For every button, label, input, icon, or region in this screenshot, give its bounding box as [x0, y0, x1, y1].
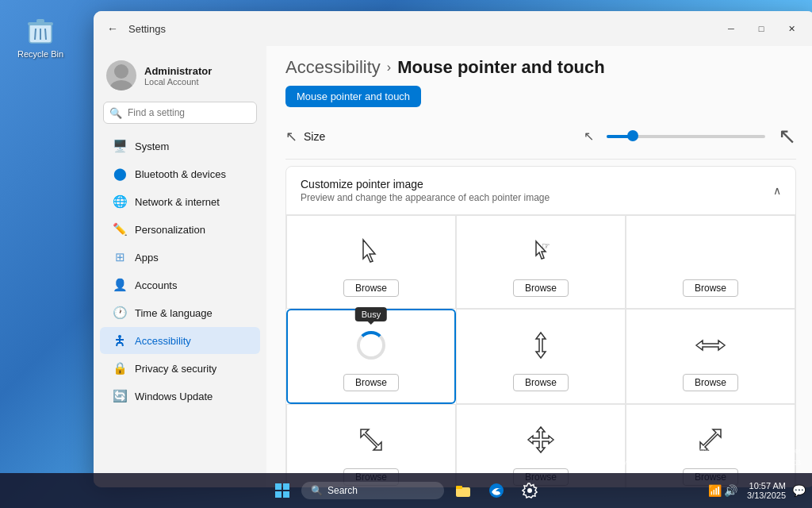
sidebar-item-accounts-label: Accounts: [135, 279, 177, 291]
sidebar-item-bluetooth[interactable]: ⬤ Bluetooth & devices: [100, 160, 260, 187]
taskbar-edge[interactable]: [482, 476, 511, 505]
sidebar-item-update-label: Windows Update: [135, 391, 213, 402]
taskbar-settings[interactable]: [515, 476, 544, 505]
taskbar-right: 📶 🔊 10:57 AM 3/13/2025 💬: [708, 481, 812, 500]
link-cursor-icon: ☞: [517, 227, 565, 275]
svg-line-13: [117, 343, 117, 346]
taskbar-file-explorer[interactable]: [449, 476, 477, 505]
pointer-grid: Browse ☞ Browse: [286, 215, 795, 487]
sidebar-item-bluetooth-label: Bluetooth & devices: [135, 168, 226, 180]
size-label-area: ↖ Size: [285, 128, 381, 145]
tab-bar: Mouse pointer and touch: [266, 86, 812, 114]
sidebar-nav: 🖥️ System ⬤ Bluetooth & devices 🌐 Networ…: [94, 132, 266, 410]
notification-icon[interactable]: 💬: [792, 484, 806, 497]
svg-rect-19: [283, 491, 289, 498]
pointer-cell-vertical: Browse: [456, 309, 626, 404]
search-input[interactable]: [103, 102, 257, 124]
user-role: Local Account: [144, 77, 212, 87]
close-button[interactable]: ✕: [777, 17, 806, 40]
update-icon: 🔄: [113, 389, 127, 403]
accessibility-icon: [113, 333, 127, 348]
sidebar-item-personalization[interactable]: ✏️ Personalization: [100, 216, 260, 243]
diagonal1-cursor-icon: [347, 416, 395, 464]
system-tray-clock[interactable]: 10:57 AM 3/13/2025: [747, 481, 786, 500]
volume-tray-icon[interactable]: 🔊: [724, 484, 737, 497]
clock-date: 3/13/2025: [747, 491, 786, 500]
title-bar: ← Settings ─ □ ✕: [94, 11, 812, 46]
sidebar-item-accounts[interactable]: 👤 Accounts: [100, 271, 260, 298]
breadcrumb-parent: Accessibility: [285, 57, 381, 78]
sidebar-item-update[interactable]: 🔄 Windows Update: [100, 383, 260, 410]
maximize-button[interactable]: □: [747, 17, 776, 40]
browse-extra1-button[interactable]: Browse: [683, 279, 738, 297]
pointer-cell-link: ☞ Browse: [456, 215, 626, 309]
start-button[interactable]: [268, 476, 297, 505]
taskbar-center: 🔍 Search: [268, 476, 544, 505]
size-slider-area: ↖ ↖: [381, 123, 796, 149]
sidebar-item-system[interactable]: 🖥️ System: [100, 133, 260, 160]
browse-link-button[interactable]: Browse: [513, 279, 569, 297]
sidebar-item-personalization-label: Personalization: [135, 224, 205, 236]
customize-section: Customize pointer image Preview and chan…: [285, 166, 796, 487]
svg-rect-18: [275, 491, 282, 498]
taskbar-search-label: Search: [327, 485, 358, 496]
window-controls: ─ □ ✕: [717, 17, 806, 40]
svg-rect-21: [456, 486, 462, 489]
size-slider-thumb[interactable]: [627, 130, 638, 141]
system-icon: 🖥️: [113, 139, 127, 153]
user-name: Administrator: [144, 65, 212, 77]
pointer-cell-extra1: Browse: [626, 215, 795, 309]
svg-point-7: [110, 80, 132, 90]
svg-line-5: [45, 29, 46, 40]
sidebar: Administrator Local Account 🔍 🖥️ System …: [94, 46, 266, 487]
search-icon: 🔍: [109, 107, 122, 119]
svg-rect-2: [36, 19, 44, 23]
taskbar-search-icon: 🔍: [311, 485, 323, 496]
minimize-button[interactable]: ─: [717, 17, 745, 40]
extra1-cursor-icon: [687, 227, 734, 275]
svg-rect-17: [283, 483, 289, 490]
avatar: [106, 60, 136, 90]
browse-horizontal-button[interactable]: Browse: [683, 374, 738, 391]
settings-window: ← Settings ─ □ ✕ Administrator L: [94, 11, 812, 487]
network-tray-icon[interactable]: 📶: [708, 484, 722, 497]
pointer-cell-normal: Browse: [286, 215, 456, 309]
taskbar-search[interactable]: 🔍 Search: [301, 482, 444, 499]
sidebar-item-privacy[interactable]: 🔒 Privacy & security: [100, 355, 260, 382]
svg-point-8: [118, 335, 121, 338]
privacy-icon: 🔒: [113, 361, 127, 375]
move-cursor-icon: [517, 416, 565, 464]
busy-tooltip: Busy: [355, 307, 387, 321]
browse-vertical-button[interactable]: Browse: [513, 374, 569, 391]
chevron-up-icon: ∧: [773, 184, 781, 197]
window-title: Settings: [128, 23, 166, 35]
sidebar-item-network-label: Network & internet: [135, 196, 220, 208]
sidebar-item-privacy-label: Privacy & security: [135, 363, 216, 375]
customize-header[interactable]: Customize pointer image Preview and chan…: [286, 167, 795, 215]
breadcrumb-child: Mouse pointer and touch: [397, 57, 605, 78]
sidebar-item-time[interactable]: 🕐 Time & language: [100, 299, 260, 326]
user-info: Administrator Local Account: [144, 65, 212, 87]
browse-normal-button[interactable]: Browse: [343, 279, 399, 297]
svg-point-22: [489, 483, 504, 498]
svg-point-6: [114, 64, 128, 79]
cursor-right-icon: ↖: [778, 123, 796, 149]
settings-content: ↖ Size ↖ ↖: [266, 114, 812, 487]
sidebar-item-apps[interactable]: ⊞ Apps: [100, 244, 260, 271]
size-slider-track: [607, 135, 765, 138]
spinner-animation: [357, 331, 385, 360]
sidebar-item-network[interactable]: 🌐 Network & internet: [100, 188, 260, 215]
sidebar-item-time-label: Time & language: [135, 307, 213, 319]
active-tab[interactable]: Mouse pointer and touch: [285, 86, 421, 107]
sidebar-item-accessibility[interactable]: Accessibility: [100, 327, 260, 354]
size-row: ↖ Size ↖ ↖: [285, 114, 796, 160]
content-area: Accessibility › Mouse pointer and touch …: [266, 46, 812, 487]
size-label: Size: [304, 130, 325, 143]
customize-title: Customize pointer image: [301, 178, 550, 190]
taskbar: 🔍 Search 📶 🔊 10:57 AM 3/13/2025 💬: [0, 473, 812, 508]
sidebar-item-system-label: System: [135, 140, 169, 152]
back-button[interactable]: ←: [103, 19, 122, 38]
recycle-bin-icon[interactable]: Recycle Bin: [13, 14, 68, 59]
svg-point-23: [527, 488, 532, 493]
browse-busy-button[interactable]: Browse: [343, 374, 399, 391]
